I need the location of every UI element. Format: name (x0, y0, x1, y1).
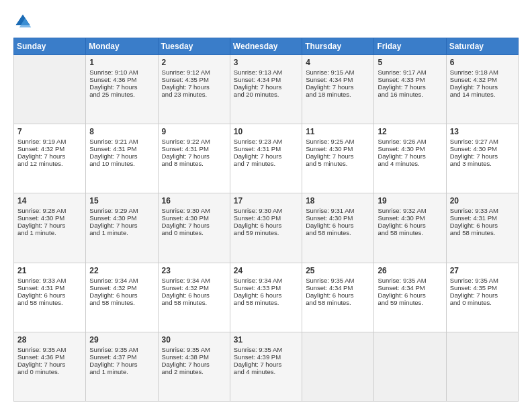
weekday-header: Tuesday (158, 38, 230, 55)
sunrise-text: Sunrise: 9:13 AM (234, 68, 298, 76)
calendar-cell: 22Sunrise: 9:34 AMSunset: 4:32 PMDayligh… (86, 263, 158, 332)
calendar-cell: 8Sunrise: 9:21 AMSunset: 4:31 PMDaylight… (86, 124, 158, 193)
day-number: 28 (17, 335, 82, 345)
sunrise-text: Sunrise: 9:17 AM (378, 68, 442, 76)
calendar-cell: 27Sunrise: 9:35 AMSunset: 4:35 PMDayligh… (446, 263, 518, 332)
sunrise-text: Sunrise: 9:12 AM (162, 68, 226, 76)
sunset-text: Sunset: 4:36 PM (17, 353, 82, 361)
sunset-text: Sunset: 4:35 PM (162, 76, 226, 83)
calendar-cell: 3Sunrise: 9:13 AMSunset: 4:34 PMDaylight… (230, 55, 302, 124)
calendar-cell: 9Sunrise: 9:22 AMSunset: 4:31 PMDaylight… (158, 124, 230, 193)
sunrise-text: Sunrise: 9:35 AM (378, 277, 442, 284)
day-number: 15 (89, 196, 154, 205)
calendar-cell: 17Sunrise: 9:30 AMSunset: 4:30 PMDayligh… (230, 193, 302, 263)
sunset-text: Sunset: 4:32 PM (89, 284, 154, 291)
calendar-cell: 5Sunrise: 9:17 AMSunset: 4:33 PMDaylight… (374, 55, 446, 124)
weekday-header: Friday (374, 38, 446, 55)
daylight-text: Daylight: 7 hours and 1 minute. (89, 361, 154, 375)
daylight-text: Daylight: 7 hours and 14 minutes. (450, 83, 515, 98)
sunrise-text: Sunrise: 9:25 AM (306, 138, 370, 145)
sunset-text: Sunset: 4:30 PM (378, 214, 442, 222)
daylight-text: Daylight: 7 hours and 10 minutes. (89, 152, 154, 167)
sunset-text: Sunset: 4:38 PM (162, 353, 226, 361)
sunset-text: Sunset: 4:32 PM (162, 284, 226, 291)
daylight-text: Daylight: 7 hours and 1 minute. (17, 222, 82, 236)
daylight-text: Daylight: 6 hours and 59 minutes. (234, 222, 298, 236)
day-number: 23 (162, 266, 226, 275)
calendar-week-row: 21Sunrise: 9:33 AMSunset: 4:31 PMDayligh… (14, 263, 519, 332)
calendar-cell: 23Sunrise: 9:34 AMSunset: 4:32 PMDayligh… (158, 263, 230, 332)
day-number: 21 (17, 266, 82, 275)
sunset-text: Sunset: 4:31 PM (17, 284, 82, 291)
sunrise-text: Sunrise: 9:34 AM (162, 277, 226, 284)
calendar-cell: 25Sunrise: 9:35 AMSunset: 4:34 PMDayligh… (302, 263, 374, 332)
weekday-header: Wednesday (230, 38, 302, 55)
sunset-text: Sunset: 4:32 PM (17, 145, 82, 152)
day-number: 9 (162, 127, 226, 136)
page: SundayMondayTuesdayWednesdayThursdayFrid… (0, 0, 532, 411)
sunset-text: Sunset: 4:30 PM (378, 145, 442, 152)
calendar-cell: 29Sunrise: 9:35 AMSunset: 4:37 PMDayligh… (86, 332, 158, 401)
day-number: 14 (17, 196, 82, 205)
day-number: 12 (378, 127, 442, 136)
day-number: 16 (162, 196, 226, 205)
sunset-text: Sunset: 4:39 PM (234, 353, 298, 361)
daylight-text: Daylight: 6 hours and 58 minutes. (89, 291, 154, 306)
daylight-text: Daylight: 7 hours and 12 minutes. (17, 152, 82, 167)
calendar-cell: 18Sunrise: 9:31 AMSunset: 4:30 PMDayligh… (302, 193, 374, 263)
sunrise-text: Sunrise: 9:35 AM (162, 346, 226, 353)
day-number: 6 (450, 58, 515, 67)
sunrise-text: Sunrise: 9:34 AM (89, 277, 154, 284)
sunset-text: Sunset: 4:30 PM (89, 214, 154, 222)
sunset-text: Sunset: 4:34 PM (234, 76, 298, 83)
day-number: 22 (89, 266, 154, 275)
sunset-text: Sunset: 4:35 PM (450, 284, 515, 291)
day-number: 31 (234, 335, 298, 345)
sunset-text: Sunset: 4:37 PM (89, 353, 154, 361)
daylight-text: Daylight: 6 hours and 58 minutes. (306, 222, 370, 236)
weekday-header: Saturday (446, 38, 518, 55)
sunrise-text: Sunrise: 9:28 AM (17, 207, 82, 214)
calendar-week-row: 1Sunrise: 9:10 AMSunset: 4:36 PMDaylight… (14, 55, 519, 124)
calendar-cell: 6Sunrise: 9:18 AMSunset: 4:32 PMDaylight… (446, 55, 518, 124)
daylight-text: Daylight: 7 hours and 1 minute. (89, 222, 154, 236)
calendar-cell: 11Sunrise: 9:25 AMSunset: 4:30 PMDayligh… (302, 124, 374, 193)
day-number: 20 (450, 196, 515, 205)
calendar-cell: 26Sunrise: 9:35 AMSunset: 4:34 PMDayligh… (374, 263, 446, 332)
daylight-text: Daylight: 6 hours and 58 minutes. (234, 291, 298, 306)
sunset-text: Sunset: 4:30 PM (162, 214, 226, 222)
header (13, 12, 519, 31)
day-number: 10 (234, 127, 298, 136)
sunset-text: Sunset: 4:33 PM (234, 284, 298, 291)
sunset-text: Sunset: 4:31 PM (162, 145, 226, 152)
sunrise-text: Sunrise: 9:26 AM (378, 138, 442, 145)
calendar-cell: 16Sunrise: 9:30 AMSunset: 4:30 PMDayligh… (158, 193, 230, 263)
daylight-text: Daylight: 7 hours and 16 minutes. (378, 83, 442, 98)
day-number: 1 (89, 58, 154, 67)
sunrise-text: Sunrise: 9:29 AM (89, 207, 154, 214)
sunrise-text: Sunrise: 9:21 AM (89, 138, 154, 145)
calendar-cell: 7Sunrise: 9:19 AMSunset: 4:32 PMDaylight… (14, 124, 86, 193)
calendar-cell: 15Sunrise: 9:29 AMSunset: 4:30 PMDayligh… (86, 193, 158, 263)
sunset-text: Sunset: 4:30 PM (306, 214, 370, 222)
sunrise-text: Sunrise: 9:10 AM (89, 68, 154, 76)
sunset-text: Sunset: 4:36 PM (89, 76, 154, 83)
calendar-cell (446, 332, 518, 401)
day-number: 13 (450, 127, 515, 136)
sunset-text: Sunset: 4:30 PM (450, 145, 515, 152)
sunrise-text: Sunrise: 9:35 AM (450, 277, 515, 284)
calendar-cell: 30Sunrise: 9:35 AMSunset: 4:38 PMDayligh… (158, 332, 230, 401)
calendar-table: SundayMondayTuesdayWednesdayThursdayFrid… (13, 38, 519, 402)
sunset-text: Sunset: 4:31 PM (89, 145, 154, 152)
day-number: 24 (234, 266, 298, 275)
sunset-text: Sunset: 4:34 PM (306, 76, 370, 83)
sunrise-text: Sunrise: 9:18 AM (450, 68, 515, 76)
sunrise-text: Sunrise: 9:30 AM (162, 207, 226, 214)
day-number: 4 (306, 58, 370, 67)
sunset-text: Sunset: 4:30 PM (234, 214, 298, 222)
calendar-cell: 4Sunrise: 9:15 AMSunset: 4:34 PMDaylight… (302, 55, 374, 124)
weekday-header: Sunday (14, 38, 86, 55)
daylight-text: Daylight: 7 hours and 25 minutes. (89, 83, 154, 98)
sunset-text: Sunset: 4:34 PM (306, 284, 370, 291)
daylight-text: Daylight: 6 hours and 59 minutes. (378, 291, 442, 306)
